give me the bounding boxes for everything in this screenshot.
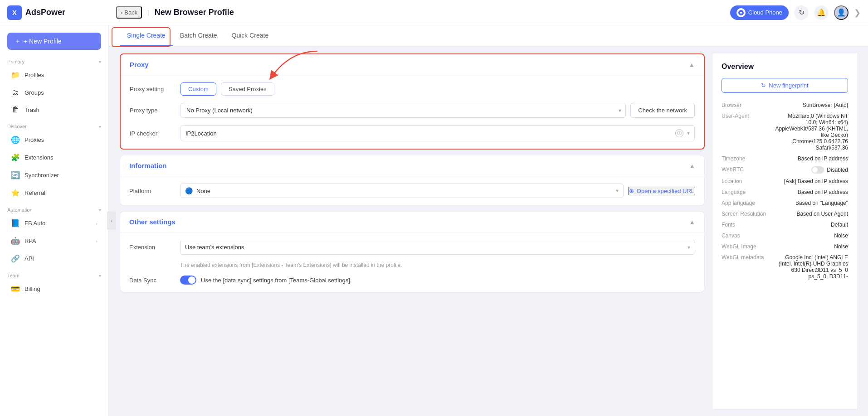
ip-info-icon[interactable]: ⓘ: [675, 129, 683, 137]
ov-screen-res-value: Based on User Agent: [775, 211, 848, 217]
sidebar-item-synchronizer[interactable]: 🔄 Synchronizer: [4, 167, 105, 184]
sidebar-item-api[interactable]: 🔗 API: [4, 250, 105, 267]
automation-label: Automation: [7, 207, 33, 213]
sidebar-section-primary: Primary ▾: [0, 53, 108, 66]
ov-language-label: Language: [722, 189, 771, 195]
new-profile-label: + New Profile: [24, 38, 62, 45]
ov-browser-label: Browser: [722, 102, 771, 108]
information-chevron-icon: ▲: [689, 162, 695, 169]
ov-canvas-value: Noise: [775, 232, 848, 239]
data-sync-toggle[interactable]: [180, 276, 196, 285]
cloud-phone-button[interactable]: Cloud Phone: [730, 5, 789, 20]
information-section-body: Platform 🔵 None ▾: [120, 176, 704, 205]
open-url-button[interactable]: ⊕ Open a specified URL: [628, 187, 695, 195]
tabs-bar: Single Create Batch Create Quick Create: [109, 25, 868, 46]
proxies-label: Proxies: [24, 136, 98, 143]
profiles-icon: 📁: [11, 71, 20, 79]
overview-panel: Overview ↻ New fingerprint Browser SunBr…: [712, 53, 857, 409]
platform-dropdown[interactable]: 🔵 None ▾: [180, 184, 624, 198]
webrtc-toggle[interactable]: [811, 166, 824, 174]
platform-row: Platform 🔵 None ▾: [129, 184, 695, 198]
platform-arrow-icon: ▾: [616, 188, 619, 194]
ov-row-app-language: App language Based on "Language": [722, 200, 848, 206]
avatar-button[interactable]: 👤: [834, 5, 848, 20]
ov-app-language-label: App language: [722, 200, 771, 206]
ov-webgl-meta-value: Google Inc. (Intel) ANGLE (Intel, Intel(…: [775, 254, 848, 280]
referral-icon: ⭐: [11, 189, 20, 197]
extension-arrow-icon: ▾: [688, 244, 690, 251]
proxy-section-header[interactable]: Proxy ▲: [121, 54, 704, 75]
avatar-icon: 👤: [837, 8, 846, 17]
groups-icon: 🗂: [11, 88, 20, 97]
sidebar-item-profiles[interactable]: 📁 Profiles: [4, 67, 105, 83]
collapse-button[interactable]: ‹: [107, 212, 116, 230]
extension-note: The enabled extensions from [Extensions …: [180, 262, 695, 268]
sidebar-item-fb-auto[interactable]: 📘 FB Auto ›: [4, 215, 105, 232]
new-fingerprint-button[interactable]: ↻ New fingerprint: [722, 78, 848, 93]
other-settings-chevron-icon: ▲: [689, 218, 695, 226]
sidebar-item-proxies[interactable]: 🌐 Proxies: [4, 131, 105, 148]
extension-value: Use team's extensions: [185, 244, 684, 251]
sidebar-item-groups[interactable]: 🗂 Groups: [4, 84, 105, 101]
sidebar-item-billing[interactable]: 💳 Billing: [4, 281, 105, 297]
extension-row: Extension Use team's extensions ▾: [129, 240, 695, 255]
tab-batch-create[interactable]: Batch Create: [173, 25, 224, 46]
ov-useragent-value: Mozilla/5.0 (Windows NT 10.0; Win64; x64…: [775, 113, 848, 151]
check-network-button[interactable]: Check the network: [630, 103, 695, 118]
sidebar-item-trash[interactable]: 🗑 Trash: [4, 102, 105, 118]
discover-label: Discover: [7, 124, 27, 129]
tab-single-create[interactable]: Single Create: [120, 25, 173, 46]
expand-icon[interactable]: ❯: [854, 8, 861, 18]
custom-proxy-button[interactable]: Custom: [180, 82, 216, 96]
ov-fonts-value: Default: [775, 222, 848, 228]
new-profile-button[interactable]: ＋ + New Profile: [7, 33, 101, 50]
ov-webgl-image-value: Noise: [775, 243, 848, 250]
ov-screen-res-label: Screen Resolution: [722, 211, 771, 217]
proxy-type-select-wrap: No Proxy (Local network) HTTP SOCKS5 ▾: [180, 103, 626, 118]
content-area: Single Create Batch Create Quick Create: [109, 25, 868, 416]
saved-proxies-button[interactable]: Saved Proxies: [221, 82, 274, 96]
platform-value: None: [196, 188, 612, 194]
ov-timezone-value: Based on IP address: [775, 155, 848, 162]
trash-label: Trash: [24, 106, 98, 113]
other-settings-section: Other settings ▲ Extension Use team's ex…: [120, 211, 705, 292]
proxy-section-body: Proxy setting Custom Saved Proxies Proxy…: [121, 75, 704, 149]
main-layout: ＋ + New Profile Primary ▾ 📁 Profiles 🗂 G…: [0, 25, 868, 416]
sidebar-section-team: Team ▾: [0, 267, 108, 280]
notification-button[interactable]: 🔔: [814, 5, 829, 20]
sidebar-item-referral[interactable]: ⭐ Referral: [4, 184, 105, 201]
back-label: Back: [124, 9, 137, 16]
sidebar-item-extensions[interactable]: 🧩 Extensions: [4, 149, 105, 166]
other-settings-header[interactable]: Other settings ▲: [120, 212, 704, 232]
proxy-type-controls: No Proxy (Local network) HTTP SOCKS5 ▾ C…: [180, 103, 695, 118]
sidebar-section-automation: Automation ▾: [0, 202, 108, 214]
proxy-type-select[interactable]: No Proxy (Local network) HTTP SOCKS5: [180, 103, 626, 118]
team-chevron: ▾: [99, 273, 101, 278]
other-settings-title: Other settings: [129, 218, 176, 226]
ov-webrtc-value: Disabled: [775, 166, 848, 174]
information-section-header[interactable]: Information ▲: [120, 155, 704, 176]
ip-checker-controls: IP2Location ⓘ ▾: [180, 125, 695, 141]
tab-batch-create-label: Batch Create: [180, 32, 217, 39]
plus-icon: ＋: [15, 37, 21, 45]
open-url-plus-icon: ⊕: [629, 188, 634, 194]
proxy-setting-row: Proxy setting Custom Saved Proxies: [130, 82, 695, 96]
trash-icon: 🗑: [11, 106, 20, 114]
billing-icon: 💳: [11, 285, 20, 293]
app-name: AdsPower: [25, 8, 65, 17]
data-sync-row: Data Sync Use the [data sync] settings f…: [129, 276, 695, 285]
tab-quick-create[interactable]: Quick Create: [224, 25, 276, 46]
new-fingerprint-label: New fingerprint: [769, 82, 808, 89]
extension-dropdown[interactable]: Use team's extensions ▾: [180, 240, 695, 255]
groups-label: Groups: [24, 89, 98, 96]
sidebar-item-rpa[interactable]: 🤖 RPA ›: [4, 232, 105, 249]
extensions-label: Extensions: [24, 154, 98, 161]
refresh-button[interactable]: ↻: [794, 5, 809, 20]
back-button[interactable]: ‹ Back: [116, 6, 142, 19]
ip-checker-dropdown[interactable]: IP2Location ⓘ ▾: [180, 125, 695, 141]
app-header: X AdsPower ‹ Back | New Browser Profile …: [0, 0, 868, 25]
ov-row-screen-res: Screen Resolution Based on User Agent: [722, 211, 848, 217]
ip-checker-arrow-icon: ▾: [687, 130, 690, 136]
overview-title: Overview: [722, 63, 848, 71]
proxy-chevron-icon: ▲: [688, 61, 695, 68]
